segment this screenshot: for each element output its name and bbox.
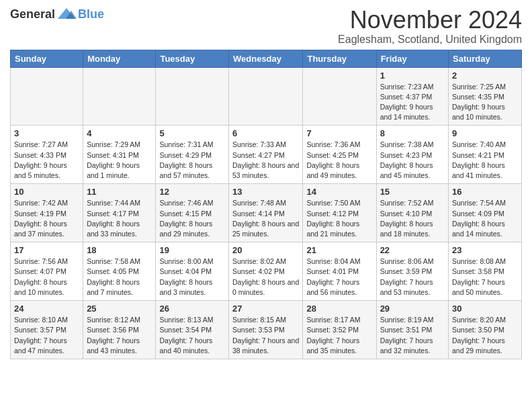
calendar-cell: 26Sunrise: 8:13 AM Sunset: 3:54 PM Dayli… [156,301,229,359]
day-info: Sunrise: 7:31 AM Sunset: 4:29 PM Dayligh… [159,140,225,181]
day-info: Sunrise: 8:20 AM Sunset: 3:50 PM Dayligh… [452,315,518,356]
calendar-cell: 16Sunrise: 7:54 AM Sunset: 4:09 PM Dayli… [449,184,522,242]
calendar-cell [11,67,83,126]
day-info: Sunrise: 8:19 AM Sunset: 3:51 PM Dayligh… [380,315,445,356]
calendar-cell: 3Sunrise: 7:27 AM Sunset: 4:33 PM Daylig… [11,126,83,184]
week-row-3: 10Sunrise: 7:42 AM Sunset: 4:19 PM Dayli… [11,184,522,242]
calendar-cell: 25Sunrise: 8:12 AM Sunset: 3:56 PM Dayli… [83,301,156,359]
calendar-cell: 8Sunrise: 7:38 AM Sunset: 4:23 PM Daylig… [376,126,448,184]
day-info: Sunrise: 7:52 AM Sunset: 4:10 PM Dayligh… [380,198,445,239]
day-number: 16 [452,187,518,197]
calendar-cell: 9Sunrise: 7:40 AM Sunset: 4:21 PM Daylig… [449,126,522,184]
day-number: 12 [159,187,225,197]
day-number: 30 [452,304,518,314]
day-number: 15 [380,187,445,197]
day-number: 29 [380,304,445,314]
day-number: 21 [306,245,372,255]
day-info: Sunrise: 8:06 AM Sunset: 3:59 PM Dayligh… [380,257,445,298]
calendar-cell: 19Sunrise: 8:00 AM Sunset: 4:04 PM Dayli… [156,242,229,301]
calendar-cell: 11Sunrise: 7:44 AM Sunset: 4:17 PM Dayli… [83,184,156,242]
calendar-cell: 17Sunrise: 7:56 AM Sunset: 4:07 PM Dayli… [11,242,83,301]
subtitle: Eaglesham, Scotland, United Kingdom [338,34,522,46]
day-number: 20 [232,245,299,255]
day-info: Sunrise: 7:25 AM Sunset: 4:35 PM Dayligh… [452,82,518,123]
col-friday: Friday [376,50,448,67]
week-row-5: 24Sunrise: 8:10 AM Sunset: 3:57 PM Dayli… [11,301,522,359]
calendar-cell: 5Sunrise: 7:31 AM Sunset: 4:29 PM Daylig… [156,126,229,184]
day-info: Sunrise: 7:48 AM Sunset: 4:14 PM Dayligh… [232,198,299,239]
day-number: 13 [232,187,299,197]
day-info: Sunrise: 7:29 AM Sunset: 4:31 PM Dayligh… [87,140,152,181]
day-info: Sunrise: 7:38 AM Sunset: 4:23 PM Dayligh… [380,140,445,181]
calendar-cell: 7Sunrise: 7:36 AM Sunset: 4:25 PM Daylig… [303,126,376,184]
day-number: 19 [159,245,225,255]
header-row: Sunday Monday Tuesday Wednesday Thursday… [11,50,522,67]
day-number: 10 [14,187,79,197]
day-number: 8 [380,128,445,138]
calendar-cell: 10Sunrise: 7:42 AM Sunset: 4:19 PM Dayli… [11,184,83,242]
calendar-cell: 4Sunrise: 7:29 AM Sunset: 4:31 PM Daylig… [83,126,156,184]
calendar-cell: 6Sunrise: 7:33 AM Sunset: 4:27 PM Daylig… [229,126,303,184]
day-info: Sunrise: 7:33 AM Sunset: 4:27 PM Dayligh… [232,140,299,181]
week-row-1: 1Sunrise: 7:23 AM Sunset: 4:37 PM Daylig… [11,67,522,126]
day-number: 18 [87,245,152,255]
day-number: 24 [14,304,79,314]
calendar-cell: 29Sunrise: 8:19 AM Sunset: 3:51 PM Dayli… [376,301,448,359]
day-number: 3 [14,128,79,138]
month-title: November 2024 [338,7,522,34]
calendar-cell: 12Sunrise: 7:46 AM Sunset: 4:15 PM Dayli… [156,184,229,242]
day-info: Sunrise: 8:17 AM Sunset: 3:52 PM Dayligh… [306,315,372,356]
day-info: Sunrise: 8:15 AM Sunset: 3:53 PM Dayligh… [232,315,299,356]
day-info: Sunrise: 8:08 AM Sunset: 3:58 PM Dayligh… [452,257,518,298]
day-number: 9 [452,128,518,138]
day-number: 4 [87,128,152,138]
day-number: 11 [87,187,152,197]
col-tuesday: Tuesday [156,50,229,67]
calendar-cell: 1Sunrise: 7:23 AM Sunset: 4:37 PM Daylig… [376,67,448,126]
day-number: 27 [232,304,299,314]
calendar: Sunday Monday Tuesday Wednesday Thursday… [10,50,522,359]
calendar-cell: 22Sunrise: 8:06 AM Sunset: 3:59 PM Dayli… [376,242,448,301]
logo: General Blue [10,7,104,21]
calendar-cell: 21Sunrise: 8:04 AM Sunset: 4:01 PM Dayli… [303,242,376,301]
day-number: 2 [452,71,518,81]
calendar-cell [303,67,376,126]
col-sunday: Sunday [11,50,83,67]
logo-general: General [10,7,55,21]
logo-icon [56,7,77,21]
day-info: Sunrise: 7:44 AM Sunset: 4:17 PM Dayligh… [87,198,152,239]
title-block: November 2024 Eaglesham, Scotland, Unite… [338,7,522,46]
calendar-cell: 2Sunrise: 7:25 AM Sunset: 4:35 PM Daylig… [449,67,522,126]
day-number: 14 [306,187,372,197]
calendar-cell: 23Sunrise: 8:08 AM Sunset: 3:58 PM Dayli… [449,242,522,301]
calendar-cell: 15Sunrise: 7:52 AM Sunset: 4:10 PM Dayli… [376,184,448,242]
logo-blue: Blue [78,7,104,21]
calendar-cell [83,67,156,126]
day-number: 6 [232,128,299,138]
day-info: Sunrise: 8:10 AM Sunset: 3:57 PM Dayligh… [14,315,79,356]
calendar-cell: 13Sunrise: 7:48 AM Sunset: 4:14 PM Dayli… [229,184,303,242]
calendar-cell [156,67,229,126]
day-number: 1 [380,71,445,81]
calendar-cell: 20Sunrise: 8:02 AM Sunset: 4:02 PM Dayli… [229,242,303,301]
day-number: 26 [159,304,225,314]
header: General Blue November 2024 Eaglesham, Sc… [10,7,522,46]
col-monday: Monday [83,50,156,67]
day-info: Sunrise: 7:56 AM Sunset: 4:07 PM Dayligh… [14,257,79,298]
day-info: Sunrise: 7:40 AM Sunset: 4:21 PM Dayligh… [452,140,518,181]
calendar-cell: 14Sunrise: 7:50 AM Sunset: 4:12 PM Dayli… [303,184,376,242]
week-row-4: 17Sunrise: 7:56 AM Sunset: 4:07 PM Dayli… [11,242,522,301]
day-info: Sunrise: 8:12 AM Sunset: 3:56 PM Dayligh… [87,315,152,356]
day-info: Sunrise: 7:58 AM Sunset: 4:05 PM Dayligh… [87,257,152,298]
day-number: 7 [306,128,372,138]
col-wednesday: Wednesday [229,50,303,67]
day-info: Sunrise: 7:36 AM Sunset: 4:25 PM Dayligh… [306,140,372,181]
page: General Blue November 2024 Eaglesham, Sc… [0,0,532,366]
day-info: Sunrise: 7:42 AM Sunset: 4:19 PM Dayligh… [14,198,79,239]
calendar-cell: 27Sunrise: 8:15 AM Sunset: 3:53 PM Dayli… [229,301,303,359]
day-number: 22 [380,245,445,255]
day-info: Sunrise: 8:04 AM Sunset: 4:01 PM Dayligh… [306,257,372,298]
day-number: 5 [159,128,225,138]
day-info: Sunrise: 7:46 AM Sunset: 4:15 PM Dayligh… [159,198,225,239]
col-thursday: Thursday [303,50,376,67]
